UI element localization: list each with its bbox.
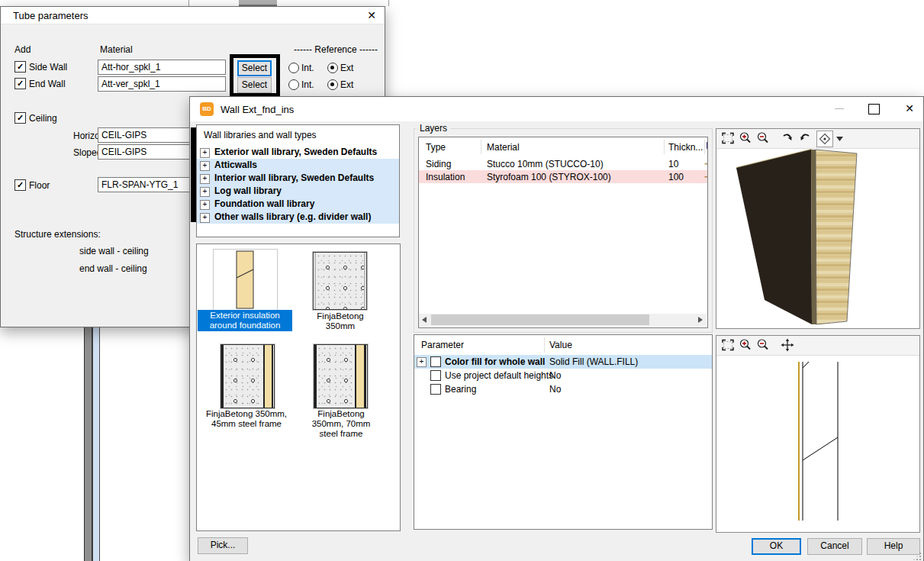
layers-table-header: Type Material Thickn...	[419, 137, 707, 156]
close-icon[interactable]: ✕	[364, 8, 379, 22]
layer-row-insulation[interactable]: Insulation Styrofoam 100 (STYROX-100) 10…	[419, 170, 707, 183]
zoom-extents-icon[interactable]	[721, 338, 735, 352]
ceiling-label: Ceiling	[29, 113, 57, 124]
tree-item-foundation-wall-library[interactable]: + Foundation wall library	[197, 198, 399, 211]
tree-item-label: Other walls library (e.g. divider wall)	[214, 211, 371, 224]
background-wall-section-blue	[92, 327, 100, 561]
preview-2d-panel	[716, 335, 920, 533]
scrollbar-thumb[interactable]	[431, 314, 649, 325]
layer-type: Siding	[426, 159, 451, 169]
thumbnail-finjabetong-70-label[interactable]: FinjaBetong 350mm, 70mm steel frame	[304, 409, 378, 439]
expand-icon[interactable]: +	[200, 148, 210, 158]
column-header-parameter[interactable]: Parameter	[421, 340, 464, 350]
tube-dialog-title: Tube parameters	[13, 10, 89, 21]
side-wall-checkbox[interactable]: ✓	[14, 61, 26, 73]
column-header-thickness[interactable]: Thickn...	[668, 142, 703, 153]
parameter-table: Parameter Value + Color fill for whole w…	[414, 334, 713, 530]
thumbnail-finjabetong-45-label[interactable]: FinjaBetong 350mm, 45mm steel frame	[198, 409, 295, 429]
param-row-color-fill[interactable]: + Color fill for whole wall Solid Fill (…	[414, 355, 712, 369]
tree-item-exterior-wall-library[interactable]: + Exterior wall library, Sweden Defaults	[197, 146, 399, 159]
expand-icon[interactable]: +	[200, 200, 210, 210]
zoom-in-icon[interactable]	[739, 338, 752, 352]
thumbnail-finjabetong-350-image[interactable]	[312, 251, 368, 311]
floor-checkbox[interactable]: ✓	[14, 179, 26, 191]
wall-dialog: BD Wall Ext_fnd_ins — ✕ Wall libraries a…	[189, 96, 924, 561]
expand-icon[interactable]: +	[200, 213, 210, 223]
tree-item-log-wall-library[interactable]: + Log wall library	[197, 185, 399, 198]
side-wall-int-radio[interactable]	[288, 63, 299, 73]
end-wall-material-input[interactable]: Att-ver_spkl_1	[98, 76, 226, 92]
param-row-default-heights[interactable]: Use project default heights No	[414, 369, 712, 382]
structure-extensions-title: Structure extensions:	[14, 229, 101, 240]
param-value: No	[549, 370, 561, 381]
thumbnail-exterior-insulation-label[interactable]: Exterior insulation around foundation	[198, 310, 292, 331]
tree-item-other-walls-library[interactable]: + Other walls library (e.g. divider wall…	[197, 211, 399, 224]
layers-table: Type Material Thickn... Siding Stucco 10…	[418, 137, 708, 328]
end-wall-ext-radio[interactable]	[327, 79, 338, 90]
param-row-bearing[interactable]: Bearing No	[414, 382, 712, 396]
expand-icon[interactable]: +	[200, 161, 210, 171]
close-icon[interactable]: ✕	[902, 102, 917, 115]
wall-dialog-titlebar[interactable]: BD Wall Ext_fnd_ins — ✕	[190, 97, 923, 121]
background-edge-line	[388, 0, 389, 6]
param-label: Use project default heights	[445, 370, 553, 381]
thumbnail-finjabetong-350-label[interactable]: FinjaBetong 350mm	[306, 311, 375, 331]
background-toolbar-fragment	[239, 0, 277, 6]
color-fill-checkbox[interactable]	[430, 356, 441, 367]
tree-item-atticwalls[interactable]: + Atticwalls	[197, 159, 399, 172]
screen: Tube parameters ✕ Add Material ------ Re…	[0, 0, 924, 561]
wall-dialog-title: Wall Ext_fnd_ins	[221, 104, 294, 115]
zoom-in-icon[interactable]	[739, 131, 752, 145]
pan-icon[interactable]	[781, 338, 794, 352]
structure-extension-item: side wall - ceiling	[79, 246, 149, 256]
orbit-icon[interactable]	[816, 131, 833, 147]
annotation-bar-tree	[191, 127, 196, 222]
wall-library-tree: Wall libraries and wall types + Exterior…	[196, 124, 400, 237]
wall-type-thumbnails-panel: Exterior insulation around foundation Fi…	[196, 243, 401, 531]
rotate-ccw-icon[interactable]	[781, 131, 794, 145]
thumbnail-exterior-insulation-image[interactable]	[213, 249, 278, 311]
side-wall-material-input[interactable]: Att-hor_spkl_1	[98, 60, 226, 75]
concrete-pattern	[317, 345, 355, 408]
default-heights-checkbox[interactable]	[430, 370, 441, 381]
wall-2d-view[interactable]	[716, 356, 918, 530]
param-label: Bearing	[445, 384, 476, 395]
end-wall-checkbox[interactable]: ✓	[14, 78, 26, 89]
wall-3d-view[interactable]	[716, 149, 918, 327]
side-wall-ext-radio[interactable]	[327, 63, 338, 73]
scroll-left-icon[interactable]	[422, 317, 427, 323]
thumbnail-finjabetong-45-image[interactable]	[220, 343, 275, 409]
bearing-checkbox[interactable]	[430, 384, 441, 395]
end-wall-label: End Wall	[29, 79, 66, 89]
pick-button[interactable]: Pick...	[198, 537, 248, 554]
preview-3d-panel	[716, 128, 920, 329]
column-header-material[interactable]: Material	[487, 142, 520, 153]
resize-grip[interactable]	[913, 552, 922, 561]
end-wall-int-label: Int.	[301, 79, 314, 90]
dropdown-icon[interactable]	[836, 134, 850, 147]
cancel-button[interactable]: Cancel	[807, 538, 862, 555]
end-wall-ext-label: Ext	[340, 79, 353, 90]
maximize-icon[interactable]	[868, 104, 880, 114]
layer-row-siding[interactable]: Siding Stucco 10mm (STUCCO-10) 10 ~	[419, 157, 707, 170]
tube-dialog-titlebar[interactable]: Tube parameters ✕	[1, 7, 385, 24]
column-header-type[interactable]: Type	[426, 142, 446, 153]
rotate-cw-icon[interactable]	[798, 131, 812, 145]
column-header-value[interactable]: Value	[549, 340, 572, 350]
ok-button[interactable]: OK	[752, 538, 801, 555]
zoom-extents-icon[interactable]	[721, 131, 735, 145]
thumbnail-finjabetong-70-image[interactable]	[313, 343, 369, 409]
ceiling-checkbox[interactable]: ✓	[14, 112, 26, 124]
minimize-icon[interactable]: —	[831, 102, 848, 115]
expand-icon[interactable]: +	[417, 357, 427, 367]
param-label: Color fill for whole wall	[445, 356, 545, 367]
expand-icon[interactable]: +	[200, 174, 210, 184]
end-wall-int-radio[interactable]	[288, 79, 299, 90]
zoom-out-icon[interactable]	[756, 131, 770, 145]
tree-header: Wall libraries and wall types	[204, 130, 317, 140]
expand-icon[interactable]: +	[200, 187, 210, 197]
tree-item-interior-wall-library[interactable]: + Interior wall library, Sweden Defaults	[197, 172, 399, 185]
layers-horizontal-scrollbar[interactable]	[419, 314, 706, 326]
zoom-out-icon[interactable]	[756, 338, 770, 352]
scroll-right-icon[interactable]	[698, 317, 703, 323]
